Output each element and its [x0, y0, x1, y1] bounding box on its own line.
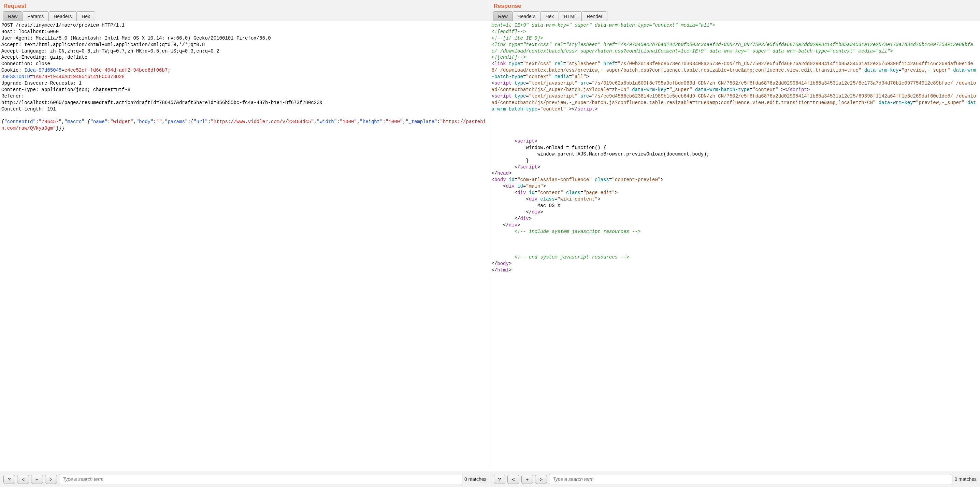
code-line: <![endif]-->: [492, 54, 979, 61]
tab-hex[interactable]: Hex: [76, 11, 95, 21]
response-tabs: RawHeadersHexHTMLRender: [490, 11, 980, 21]
code-line: ment=lt+IE+9" data-wrm-key="_super" data…: [492, 22, 979, 29]
code-line: </body>: [492, 260, 979, 267]
tab-raw[interactable]: Raw: [3, 11, 22, 21]
response-footer: ? < + > 0 matches: [490, 471, 980, 487]
tab-params[interactable]: Params: [22, 11, 49, 21]
code-line: User-Agent: Mozilla/5.0 (Macintosh; Inte…: [2, 35, 488, 41]
request-title: Request: [0, 0, 490, 11]
code-line: Mac OS X: [492, 203, 979, 209]
code-line: window.parent.AJS.MacroBrowser.previewOn…: [492, 151, 979, 157]
code-line: [492, 112, 979, 119]
code-line: <script type="text/javascript" src="/s/0…: [492, 80, 979, 93]
code-line: <body id="com-atlassian-confluence" clas…: [492, 177, 979, 183]
request-raw-editor[interactable]: POST /rest/tinymce/1/macro/preview HTTP/…: [0, 22, 490, 471]
tab-hex[interactable]: Hex: [540, 11, 559, 21]
code-line: Connection: close: [2, 61, 488, 67]
code-line: <div id="main">: [492, 183, 979, 190]
split-view: Request RawParamsHeadersHex POST /rest/t…: [0, 0, 980, 487]
tab-raw[interactable]: Raw: [493, 11, 513, 21]
code-line: </div>: [492, 222, 979, 228]
code-line: Upgrade-Insecure-Requests: 1: [2, 80, 488, 87]
code-line: [492, 119, 979, 125]
code-line: <link type="text/css" rel="stylesheet" h…: [492, 41, 979, 55]
code-line: </html>: [492, 267, 979, 273]
request-code-area: POST /rest/tinymce/1/macro/preview HTTP/…: [0, 21, 490, 471]
code-line: Host: localhost:6060: [2, 29, 488, 35]
code-line: POST /rest/tinymce/1/macro/preview HTTP/…: [2, 22, 488, 29]
code-line: </div>: [492, 216, 979, 222]
prev-match-button[interactable]: <: [508, 475, 519, 484]
help-button[interactable]: ?: [494, 475, 505, 484]
code-line: [492, 132, 979, 138]
code-line: window.onload = function() {: [492, 144, 979, 151]
code-line: Accept-Encoding: gzip, deflate: [2, 54, 488, 61]
request-match-count: 0 matches: [465, 476, 487, 482]
tab-render[interactable]: Render: [581, 11, 608, 21]
request-panel: Request RawParamsHeadersHex POST /rest/t…: [0, 0, 490, 487]
tab-headers[interactable]: Headers: [512, 11, 541, 21]
code-line: <div class="wiki-content">: [492, 196, 979, 203]
request-footer: ? < + > 0 matches: [0, 471, 490, 487]
code-line: [492, 247, 979, 254]
code-line: Content-Type: application/json; charset=…: [2, 87, 488, 93]
code-line: }: [492, 157, 979, 164]
code-line: <link type="text/css" rel="stylesheet" h…: [492, 61, 979, 80]
code-line: http://localhost:6060/pages/resumedraft.…: [2, 100, 488, 106]
add-button[interactable]: +: [522, 475, 533, 484]
code-line: </script>: [492, 164, 979, 171]
request-tabs: RawParamsHeadersHex: [0, 11, 490, 21]
tab-html[interactable]: HTML: [558, 11, 582, 21]
help-button[interactable]: ?: [3, 475, 15, 484]
code-line: <div id="content" class="page edit">: [492, 190, 979, 196]
request-search-input[interactable]: [59, 474, 462, 484]
code-line: <script type="text/javascript" src="/s/e…: [492, 93, 979, 113]
code-line: <!--[if lte IE 9]>: [492, 35, 979, 41]
code-line: <script>: [492, 138, 979, 144]
code-line: {"contentId":"786457","macro":{"name":"w…: [2, 119, 488, 132]
code-line: </div>: [492, 209, 979, 216]
code-line: [492, 125, 979, 132]
code-line: Cookie: Idea-97d65045=e4ce52ef-fd6e-404d…: [2, 67, 488, 74]
code-line: [492, 241, 979, 247]
response-search-input[interactable]: [549, 474, 952, 484]
response-title: Response: [490, 0, 980, 11]
add-button[interactable]: +: [31, 475, 43, 484]
response-panel: Response RawHeadersHexHTMLRender ment=lt…: [490, 0, 980, 487]
response-match-count: 0 matches: [955, 476, 977, 482]
code-line: <!-- include system javascript resources…: [492, 228, 979, 235]
prev-match-button[interactable]: <: [17, 475, 29, 484]
code-line: JSESSIONID=1AB78F19446AD1949516141ECC378…: [2, 74, 488, 80]
code-line: Accept: text/html,application/xhtml+xml,…: [2, 41, 488, 48]
code-line: <![endif]-->: [492, 29, 979, 35]
code-line: Accept-Language: zh-CN,zh;q=0.8,zh-TW;q=…: [2, 48, 488, 55]
response-code-area: ment=lt+IE+9" data-wrm-key="_super" data…: [490, 21, 980, 471]
code-line: Referer:: [2, 93, 488, 100]
code-line: Content-Length: 191: [2, 106, 488, 113]
code-line: </head>: [492, 170, 979, 177]
code-line: [492, 235, 979, 241]
next-match-button[interactable]: >: [45, 475, 57, 484]
code-line: <!-- end system javascript resources -->: [492, 254, 979, 260]
response-raw-viewer[interactable]: ment=lt+IE+9" data-wrm-key="_super" data…: [490, 22, 980, 471]
tab-headers[interactable]: Headers: [48, 11, 77, 21]
next-match-button[interactable]: >: [535, 475, 547, 484]
code-line: [2, 112, 488, 119]
